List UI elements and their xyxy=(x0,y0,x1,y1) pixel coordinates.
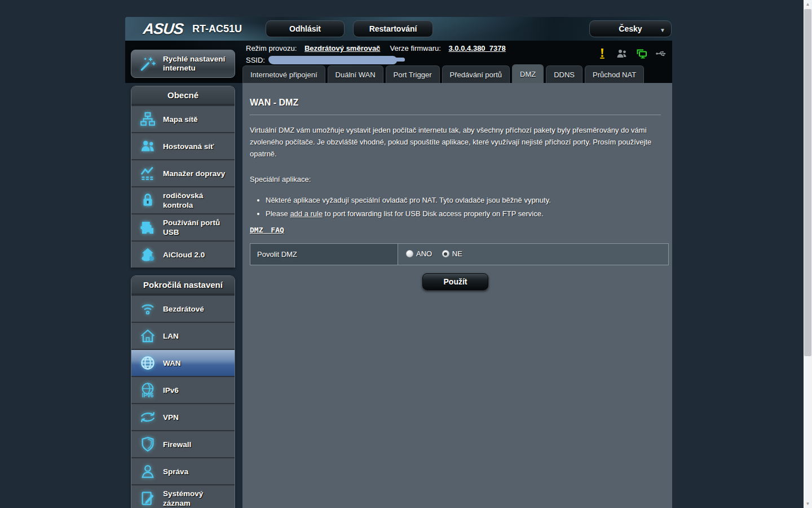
sidebar-item-system-log[interactable]: Systémový záznam xyxy=(131,484,235,508)
wan-globe-icon xyxy=(139,354,156,371)
status-icon-bar xyxy=(596,48,668,59)
note-item: Některé aplikace vyžadují speciální ovla… xyxy=(266,196,661,204)
sidebar-item-label: Mapa sítě xyxy=(163,115,201,124)
note-text: to port forwarding list for USB Disk acc… xyxy=(323,209,543,218)
chevron-down-icon: ▼ xyxy=(660,27,665,33)
reboot-button[interactable]: Restartování xyxy=(353,20,433,37)
note-item: Please add a rule to port forwarding lis… xyxy=(266,209,661,218)
sidebar-item-label: Manažer dopravy xyxy=(163,169,228,178)
router-admin-window: ASUS RT-AC51U Odhlásit Restartování Česk… xyxy=(125,17,672,508)
header-banner: ASUS RT-AC51U Odhlásit Restartování Česk… xyxy=(125,17,672,41)
firmware-version-link[interactable]: 3.0.0.4.380_7378 xyxy=(449,44,506,52)
sidebar-item-label: VPN xyxy=(163,413,182,422)
firewall-shield-icon xyxy=(139,436,156,453)
sidebar-item-label: Používání portů USB xyxy=(163,218,235,237)
logout-button[interactable]: Odhlásit xyxy=(266,20,345,37)
sidebar-item-usb-application[interactable]: Používání portů USB xyxy=(131,213,235,240)
operation-mode-link[interactable]: Bezdrátový směrovač xyxy=(304,44,380,52)
sidebar: Rychlé nastavení internetu Obecné Mapa s… xyxy=(131,50,235,508)
guest-network-icon xyxy=(139,138,156,155)
sidebar-item-label: Systémový záznam xyxy=(163,489,235,508)
asus-logo: ASUS xyxy=(142,20,184,38)
sidebar-item-label: Hostovaná síť xyxy=(163,142,218,151)
sidebar-item-network-map[interactable]: Mapa sítě xyxy=(131,105,235,132)
quick-internet-setup-button[interactable]: Rychlé nastavení internetu xyxy=(131,50,235,78)
sidebar-item-aicloud[interactable]: AiCloud 2.0 xyxy=(131,240,235,268)
section-title-general: Obecné xyxy=(131,86,235,105)
radio-icon[interactable] xyxy=(406,250,413,257)
ssid-label: SSID: xyxy=(246,56,265,64)
radio-icon[interactable] xyxy=(442,250,449,257)
title-divider xyxy=(250,115,661,115)
scrollbar-thumb[interactable] xyxy=(804,9,811,356)
apply-button[interactable]: Použít xyxy=(422,273,488,290)
magic-wand-icon xyxy=(139,55,156,72)
parental-control-lock-icon xyxy=(139,192,156,209)
note-text: Některé aplikace vyžadují speciální ovla… xyxy=(266,196,551,204)
model-name: RT-AC51U xyxy=(192,23,242,35)
sidebar-item-firewall[interactable]: Firewall xyxy=(131,430,235,457)
ssid-line: SSID: xyxy=(246,56,397,64)
vpn-arrows-icon xyxy=(139,409,156,426)
scrollbar-up-arrow[interactable]: ▲ xyxy=(804,0,812,8)
network-map-icon xyxy=(139,111,156,128)
language-value: Česky xyxy=(619,24,642,33)
sidebar-item-parental-control[interactable]: rodičovská kontrola xyxy=(131,186,235,213)
dmz-description: Virtuální DMZ vám umožňuje vystavit jede… xyxy=(250,124,656,160)
sidebar-item-guest-network[interactable]: Hostovaná síť xyxy=(131,132,235,159)
dmz-radio-no[interactable]: NE xyxy=(442,249,462,258)
sidebar-item-vpn[interactable]: VPN xyxy=(131,403,235,430)
tab-dual-wan[interactable]: Duální WAN xyxy=(328,65,383,83)
section-title-advanced: Pokročilá nastavení xyxy=(131,276,235,295)
enable-dmz-controls: ANO NE xyxy=(398,244,669,265)
dmz-settings-table: Povolit DMZ ANO NE xyxy=(250,243,669,265)
add-a-rule-link[interactable]: add a rule xyxy=(290,209,323,218)
tab-port-trigger[interactable]: Port Trigger xyxy=(386,65,440,83)
firmware-notification-icon[interactable] xyxy=(596,48,608,59)
ssid-redacted-value xyxy=(268,56,397,64)
lan-house-icon xyxy=(139,327,156,344)
sidebar-section-general: Obecné Mapa sítě Hostovaná síť xyxy=(131,86,235,268)
sidebar-item-label: Bezdrátové xyxy=(163,304,208,314)
wireless-icon xyxy=(139,300,156,317)
traffic-manager-icon xyxy=(139,165,156,182)
sidebar-item-wan[interactable]: WAN xyxy=(131,349,235,376)
page-title: WAN - DMZ xyxy=(250,98,661,108)
table-row: Povolit DMZ ANO NE xyxy=(250,244,669,265)
sidebar-item-wireless[interactable]: Bezdrátové xyxy=(131,295,235,322)
dmz-radio-yes[interactable]: ANO xyxy=(406,249,432,258)
firmware-label: Verze firmwaru: xyxy=(390,44,441,52)
special-apps-label: Speciální aplikace: xyxy=(250,175,661,183)
notes-list: Některé aplikace vyžadují speciální ovla… xyxy=(266,196,661,218)
main-content-panel: WAN - DMZ Virtuální DMZ vám umožňuje vys… xyxy=(242,83,672,508)
sidebar-item-label: AiCloud 2.0 xyxy=(163,250,208,260)
sidebar-item-ipv6[interactable]: IPv6 IPv6 xyxy=(131,376,235,403)
scrollbar-down-arrow[interactable]: ▼ xyxy=(804,500,812,508)
tab-dmz[interactable]: DMZ xyxy=(512,64,544,83)
sidebar-item-administration[interactable]: Správa xyxy=(131,457,235,484)
tab-nat-passthrough[interactable]: Průchod NAT xyxy=(585,65,644,83)
internet-status-icon[interactable] xyxy=(636,48,648,59)
note-text: Please xyxy=(266,209,290,218)
tab-ddns[interactable]: DDNS xyxy=(546,65,582,83)
radio-no-label: NE xyxy=(452,249,462,258)
sidebar-item-lan[interactable]: LAN xyxy=(131,322,235,349)
tab-internet-connection[interactable]: Internetové připojení xyxy=(242,65,325,83)
dmz-faq-link[interactable]: DMZ FAQ xyxy=(250,226,284,234)
sidebar-item-label: rodičovská kontrola xyxy=(163,191,235,210)
operation-mode-label: Režim provozu: xyxy=(246,44,297,52)
status-line: Režim provozu: Bezdrátový směrovač Verze… xyxy=(246,44,506,52)
quick-setup-label: Rychlé nastavení internetu xyxy=(163,55,235,73)
tab-port-forwarding[interactable]: Předávání portů xyxy=(442,65,510,83)
aicloud-icon xyxy=(139,246,156,263)
clients-icon[interactable] xyxy=(616,48,628,59)
radio-yes-label: ANO xyxy=(416,249,432,258)
page-scrollbar[interactable]: ▲ ▼ xyxy=(804,0,812,508)
language-dropdown[interactable]: Česky ▼ xyxy=(589,20,672,37)
sidebar-item-label: WAN xyxy=(163,358,184,368)
usb-icon[interactable] xyxy=(655,48,668,59)
svg-text:IPv6: IPv6 xyxy=(142,392,154,398)
ipv6-icon: IPv6 xyxy=(139,382,156,398)
sidebar-item-label: Správa xyxy=(163,467,192,476)
sidebar-item-traffic-manager[interactable]: Manažer dopravy xyxy=(131,159,235,186)
